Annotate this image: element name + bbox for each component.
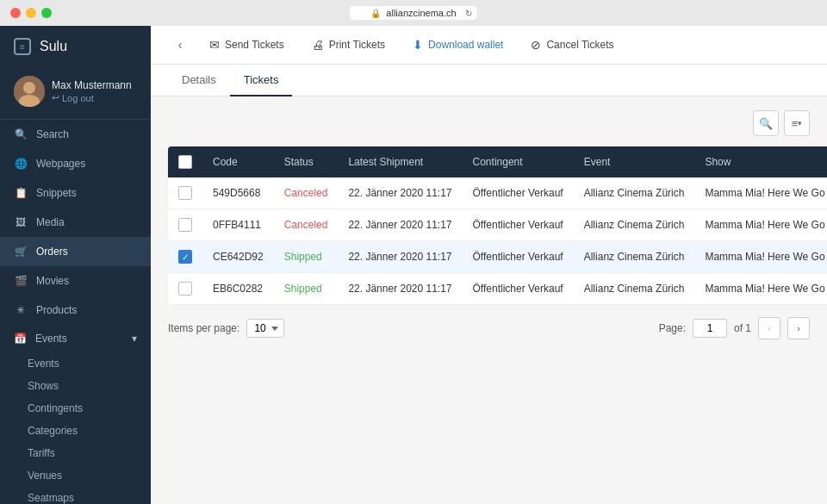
sidebar-item-search[interactable]: 🔍 Search bbox=[0, 120, 151, 149]
print-tickets-button[interactable]: 🖨 Print Tickets bbox=[302, 33, 395, 57]
col-event: Event bbox=[574, 146, 695, 177]
row-contingent: Öffentlicher Verkauf bbox=[463, 273, 574, 305]
row-shipment: 22. Jänner 2020 11:17 bbox=[338, 177, 462, 209]
search-table-button[interactable]: 🔍 bbox=[753, 110, 779, 136]
sidebar-user: Max Mustermann ↩ Log out bbox=[0, 67, 151, 120]
row-status: Shipped bbox=[274, 273, 339, 305]
select-all-checkbox[interactable] bbox=[178, 155, 192, 169]
sidebar-item-webpages[interactable]: 🌐 Webpages bbox=[0, 149, 151, 178]
row-shipment: 22. Jänner 2020 11:17 bbox=[338, 241, 462, 273]
events-label: Events bbox=[35, 333, 67, 345]
sidebar-sub-events[interactable]: Events bbox=[0, 352, 151, 375]
select-all-header[interactable] bbox=[168, 146, 202, 177]
sidebar-sub-seatmaps[interactable]: Seatmaps bbox=[0, 487, 151, 504]
table-row: ✓ CE642D92 Shipped 22. Jänner 2020 11:17… bbox=[168, 241, 827, 273]
col-contingent: Contingent bbox=[463, 146, 574, 177]
sidebar-item-media[interactable]: 🖼 Media bbox=[0, 208, 151, 237]
sidebar-item-movies[interactable]: 🎬 Movies bbox=[0, 266, 151, 296]
col-code: Code bbox=[202, 146, 274, 177]
sidebar-sub-tariffs[interactable]: Tariffs bbox=[0, 442, 151, 464]
tab-details[interactable]: Details bbox=[168, 65, 230, 96]
download-wallet-button[interactable]: ⬇ Download wallet bbox=[402, 33, 513, 57]
sidebar-sub-shows[interactable]: Shows bbox=[0, 375, 151, 397]
content-area: 🔍 ≡ ▾ Code Status Latest Shipment bbox=[151, 96, 827, 504]
row-contingent: Öffentlicher Verkauf bbox=[463, 209, 574, 241]
products-icon: ✳ bbox=[14, 303, 28, 317]
row-checkbox-cell[interactable] bbox=[168, 177, 202, 209]
sidebar-item-orders[interactable]: 🛒 Orders bbox=[0, 237, 151, 266]
close-btn[interactable] bbox=[10, 8, 21, 18]
row-event: Allianz Cinema Zürich bbox=[574, 241, 695, 273]
row-show: Mamma Mia! Here We Go Again bbox=[694, 273, 827, 305]
row-checkbox[interactable] bbox=[178, 186, 192, 200]
chevron-down-icon: ▾ bbox=[798, 119, 802, 128]
chevron-down-icon: ▾ bbox=[132, 333, 137, 345]
table-row: EB6C0282 Shipped 22. Jänner 2020 11:17 Ö… bbox=[168, 273, 827, 305]
row-checkbox-cell[interactable] bbox=[168, 209, 202, 241]
row-checkbox-cell[interactable]: ✓ bbox=[168, 241, 202, 273]
table-row: 549D5668 Canceled 22. Jänner 2020 11:17 … bbox=[168, 177, 827, 209]
sidebar-sub-venues[interactable]: Venues bbox=[0, 464, 151, 487]
row-show: Mamma Mia! Here We Go Again bbox=[694, 209, 827, 241]
columns-icon: ≡ bbox=[792, 117, 799, 130]
col-latest-shipment: Latest Shipment bbox=[338, 146, 462, 177]
maximize-btn[interactable] bbox=[41, 8, 52, 18]
prev-page-button[interactable]: ‹ bbox=[758, 317, 780, 339]
row-show: Mamma Mia! Here We Go Again bbox=[694, 177, 827, 209]
url-bar[interactable]: 🔒 allianzcinema.ch ↻ bbox=[350, 6, 476, 20]
row-code: EB6C0282 bbox=[202, 273, 274, 305]
of-label: of 1 bbox=[734, 322, 751, 334]
svg-point-1 bbox=[23, 82, 35, 94]
app-container: ≡ Sulu Max Mustermann ↩ Log out 🔍 bbox=[0, 26, 827, 504]
sidebar-item-events[interactable]: 📅 Events ▾ bbox=[0, 325, 151, 352]
sidebar-item-label: Products bbox=[36, 304, 77, 316]
events-icon: 📅 bbox=[14, 333, 27, 345]
sidebar-item-label: Webpages bbox=[36, 158, 85, 170]
table-controls: 🔍 ≡ ▾ bbox=[168, 110, 810, 136]
row-status: Shipped bbox=[274, 241, 339, 273]
send-tickets-button[interactable]: ✉ Send Tickets bbox=[199, 33, 295, 57]
logo-text: Sulu bbox=[40, 39, 67, 54]
snippets-icon: 📋 bbox=[14, 186, 28, 200]
sidebar: ≡ Sulu Max Mustermann ↩ Log out 🔍 bbox=[0, 26, 151, 504]
lock-icon: 🔒 bbox=[370, 9, 381, 18]
tabs-bar: Details Tickets bbox=[151, 65, 827, 96]
row-checkbox[interactable]: ✓ bbox=[178, 250, 192, 264]
row-status: Canceled bbox=[274, 177, 339, 209]
print-icon: 🖨 bbox=[312, 38, 324, 52]
user-info: Max Mustermann ↩ Log out bbox=[52, 79, 137, 103]
row-event: Allianz Cinema Zürich bbox=[574, 209, 695, 241]
page-input[interactable] bbox=[693, 319, 727, 338]
refresh-icon[interactable]: ↻ bbox=[465, 9, 472, 18]
next-page-button[interactable]: › bbox=[787, 317, 810, 339]
sidebar-sub-contingents[interactable]: Contingents bbox=[0, 397, 151, 420]
row-show: Mamma Mia! Here We Go Again bbox=[694, 241, 827, 273]
row-code: 549D5668 bbox=[202, 177, 274, 209]
minimize-btn[interactable] bbox=[26, 8, 36, 18]
back-button[interactable]: ‹ bbox=[168, 33, 192, 57]
per-page-select[interactable]: 10 20 50 bbox=[246, 319, 284, 338]
page-label: Page: bbox=[659, 322, 686, 334]
row-checkbox-cell[interactable] bbox=[168, 273, 202, 305]
send-icon: ✉ bbox=[209, 38, 220, 52]
row-shipment: 22. Jänner 2020 11:17 bbox=[338, 209, 462, 241]
column-toggle-button[interactable]: ≡ ▾ bbox=[784, 110, 810, 136]
sidebar-item-products[interactable]: ✳ Products bbox=[0, 296, 151, 325]
download-icon: ⬇ bbox=[413, 38, 423, 52]
username: Max Mustermann bbox=[52, 79, 137, 91]
toolbar: ‹ ✉ Send Tickets 🖨 Print Tickets ⬇ Downl… bbox=[151, 26, 827, 65]
row-checkbox[interactable] bbox=[178, 218, 192, 232]
sidebar-sub-categories[interactable]: Categories bbox=[0, 420, 151, 442]
sidebar-item-snippets[interactable]: 📋 Snippets bbox=[0, 178, 151, 208]
sidebar-item-label: Movies bbox=[36, 275, 69, 287]
cancel-tickets-button[interactable]: ⊘ Cancel Tickets bbox=[520, 33, 624, 57]
pagination-right: Page: of 1 ‹ › bbox=[659, 317, 810, 339]
logout-label[interactable]: Log out bbox=[62, 93, 94, 103]
row-status: Canceled bbox=[274, 209, 339, 241]
movies-icon: 🎬 bbox=[14, 274, 28, 288]
pagination-left: Items per page: 10 20 50 bbox=[168, 319, 284, 338]
sidebar-item-label: Media bbox=[36, 216, 65, 228]
row-checkbox[interactable] bbox=[178, 282, 192, 296]
logout-link[interactable]: ↩ Log out bbox=[52, 92, 137, 103]
tab-tickets[interactable]: Tickets bbox=[230, 65, 293, 96]
